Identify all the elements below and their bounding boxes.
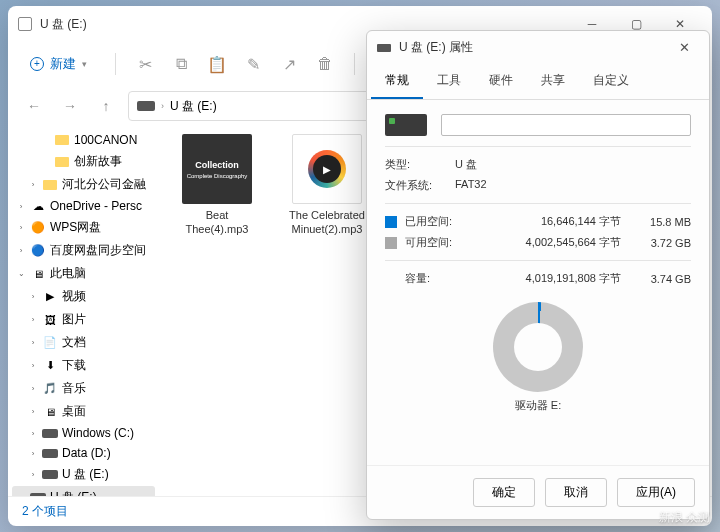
forward-button[interactable]: → (56, 92, 84, 120)
baidu-icon: 🔵 (30, 244, 46, 258)
share-icon[interactable]: ↗ (278, 53, 300, 75)
cancel-button[interactable]: 取消 (545, 478, 607, 507)
sidebar-label: U 盘 (E:) (62, 466, 109, 483)
divider (354, 53, 355, 75)
tab-工具[interactable]: 工具 (423, 64, 475, 99)
sidebar-item[interactable]: ›🖥桌面 (8, 400, 159, 423)
album-thumbnail: CollectionComplete Discography (182, 134, 252, 204)
sidebar-item[interactable]: ›U 盘 (E:) (8, 463, 159, 486)
chevron-right-icon: › (161, 101, 164, 111)
volume-name-input[interactable] (441, 114, 691, 136)
sidebar-item[interactable]: ›🟠WPS网盘 (8, 216, 159, 239)
file-label: The Celebrated Minuet(2).mp3 (286, 208, 368, 237)
up-button[interactable]: ↑ (92, 92, 120, 120)
free-size: 3.72 GB (635, 237, 691, 249)
divider (115, 53, 116, 75)
chevron-icon: › (28, 470, 38, 479)
sidebar: 100CANON创新故事›河北分公司金融›☁OneDrive - Persc›🟠… (8, 126, 160, 496)
sidebar-label: 河北分公司金融 (62, 176, 146, 193)
used-bytes: 16,646,144 字节 (463, 214, 635, 229)
new-button[interactable]: + 新建 ▾ (20, 51, 97, 77)
media-thumbnail: ▶ (292, 134, 362, 204)
divider (385, 146, 691, 147)
chevron-icon: › (28, 361, 38, 370)
free-space-row: 可用空间: 4,002,545,664 字节 3.72 GB (385, 235, 691, 250)
copy-icon[interactable]: ⧉ (170, 53, 192, 75)
type-value: U 盘 (455, 157, 691, 172)
play-icon: ▶ (308, 150, 346, 188)
delete-icon[interactable]: 🗑 (314, 53, 336, 75)
video-icon: ▶ (42, 290, 58, 304)
used-swatch (385, 216, 397, 228)
divider (385, 260, 691, 261)
divider (385, 203, 691, 204)
tab-硬件[interactable]: 硬件 (475, 64, 527, 99)
cloud-icon: ☁ (30, 199, 46, 213)
capacity-size: 3.74 GB (635, 273, 691, 285)
rename-icon[interactable]: ✎ (242, 53, 264, 75)
apply-button[interactable]: 应用(A) (617, 478, 695, 507)
sidebar-item[interactable]: ›U 盘 (E:) (12, 486, 155, 496)
sidebar-label: 音乐 (62, 380, 86, 397)
capacity-bytes: 4,019,191,808 字节 (463, 271, 635, 286)
sidebar-item[interactable]: ›🎵音乐 (8, 377, 159, 400)
drive-icon (42, 426, 58, 440)
sidebar-item[interactable]: ›河北分公司金融 (8, 173, 159, 196)
chevron-icon: › (16, 202, 26, 211)
sidebar-item[interactable]: ›🔵百度网盘同步空间 (8, 239, 159, 262)
sidebar-item[interactable]: ›⬇下载 (8, 354, 159, 377)
sidebar-label: 下载 (62, 357, 86, 374)
sidebar-label: 视频 (62, 288, 86, 305)
chevron-icon: › (28, 292, 38, 301)
watermark: 新浪 众测 (659, 510, 710, 524)
drive-icon (377, 44, 391, 52)
doc-icon: 📄 (42, 336, 58, 350)
file-item[interactable]: CollectionComplete DiscographyBeat Thee(… (176, 134, 258, 237)
sidebar-item[interactable]: ›🖼图片 (8, 308, 159, 331)
drive-label: 驱动器 E: (385, 398, 691, 413)
ok-button[interactable]: 确定 (473, 478, 535, 507)
sidebar-label: 100CANON (74, 133, 137, 147)
paste-icon[interactable]: 📋 (206, 53, 228, 75)
sidebar-label: 此电脑 (50, 265, 86, 282)
dialog-titlebar: U 盘 (E:) 属性 ✕ (367, 31, 709, 64)
capacity-label: 容量: (405, 271, 463, 286)
capacity-row: 容量: 4,019,191,808 字节 3.74 GB (385, 271, 691, 286)
used-size: 15.8 MB (635, 216, 691, 228)
tab-共享[interactable]: 共享 (527, 64, 579, 99)
file-item[interactable]: ▶The Celebrated Minuet(2).mp3 (286, 134, 368, 237)
close-button[interactable]: ✕ (669, 40, 699, 55)
back-button[interactable]: ← (20, 92, 48, 120)
used-label: 已用空间: (405, 214, 463, 229)
chevron-icon: › (28, 315, 38, 324)
sidebar-label: 文档 (62, 334, 86, 351)
dialog-body: 类型:U 盘 文件系统:FAT32 已用空间: 16,646,144 字节 15… (367, 100, 709, 465)
chevron-icon: › (16, 246, 26, 255)
free-label: 可用空间: (405, 235, 463, 250)
sidebar-item[interactable]: ⌄🖥此电脑 (8, 262, 159, 285)
new-label: 新建 (50, 55, 76, 73)
sidebar-item[interactable]: 100CANON (8, 130, 159, 150)
sidebar-label: Windows (C:) (62, 426, 134, 440)
filesystem-label: 文件系统: (385, 178, 455, 193)
free-bytes: 4,002,545,664 字节 (463, 235, 635, 250)
sidebar-item[interactable]: ›▶视频 (8, 285, 159, 308)
plus-icon: + (30, 57, 44, 71)
sidebar-item[interactable]: 创新故事 (8, 150, 159, 173)
tab-自定义[interactable]: 自定义 (579, 64, 643, 99)
sidebar-item[interactable]: ›Windows (C:) (8, 423, 159, 443)
image-icon: 🖼 (42, 313, 58, 327)
drive-icon (42, 468, 58, 482)
cut-icon[interactable]: ✂ (134, 53, 156, 75)
music-icon: 🎵 (42, 382, 58, 396)
sidebar-item[interactable]: ›📄文档 (8, 331, 159, 354)
folder-icon (54, 133, 70, 147)
tab-常规[interactable]: 常规 (371, 64, 423, 99)
sidebar-label: 百度网盘同步空间 (50, 242, 146, 259)
sidebar-item[interactable]: ›Data (D:) (8, 443, 159, 463)
sidebar-item[interactable]: ›☁OneDrive - Persc (8, 196, 159, 216)
download-icon: ⬇ (42, 359, 58, 373)
chevron-icon: › (28, 407, 38, 416)
sidebar-label: 桌面 (62, 403, 86, 420)
chevron-icon: › (28, 449, 38, 458)
